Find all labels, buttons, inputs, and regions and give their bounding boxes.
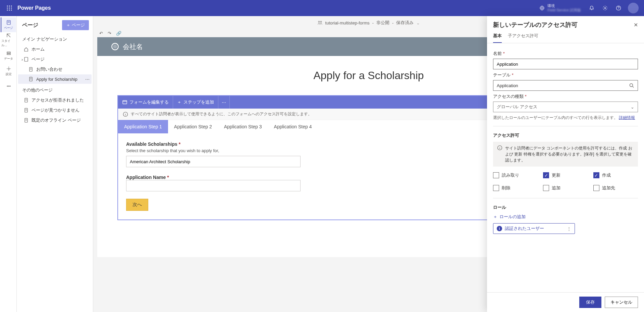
- role-chip[interactable]: i 認証されたユーザー ⋮: [493, 223, 575, 234]
- svg-rect-30: [123, 101, 127, 104]
- environment-picker[interactable]: 環境 Field Service 試用版: [535, 4, 585, 12]
- role-chip-more-icon[interactable]: ⋮: [567, 226, 571, 231]
- undo-icon[interactable]: ↶: [99, 31, 103, 36]
- site-status: 非公開: [376, 20, 389, 26]
- add-page-button[interactable]: ＋ページ: [62, 20, 89, 30]
- svg-point-27: [320, 21, 322, 22]
- svg-point-0: [7, 6, 8, 7]
- svg-point-5: [11, 8, 12, 9]
- nav-item[interactable]: Apply for Scholarship⋯: [18, 74, 92, 84]
- rail-data[interactable]: データ: [1, 48, 16, 63]
- link-icon[interactable]: 🔗: [116, 31, 121, 36]
- svg-point-35: [630, 84, 633, 87]
- svg-point-17: [7, 86, 8, 86]
- flyout-tab[interactable]: 基本: [493, 33, 502, 43]
- env-name: Field Service 試用版: [547, 8, 581, 12]
- svg-point-11: [604, 7, 606, 9]
- section-main-nav: メイン ナビゲーション: [17, 33, 93, 44]
- svg-rect-15: [7, 54, 10, 55]
- permissions-info: サイト訪問者にデータ コンポーネントの使用を許可するには、作成 および 更新 特…: [493, 142, 638, 167]
- waffle-icon[interactable]: [3, 0, 16, 16]
- perm-checkbox-読み取り[interactable]: 読み取り: [493, 171, 538, 180]
- perm-checkbox-追加先[interactable]: 追加先: [593, 183, 638, 193]
- nav-item[interactable]: ›ページ: [18, 54, 92, 64]
- pages-panel: ページ ＋ページ メイン ナビゲーション ホーム›ページお問い合わせApply …: [17, 16, 93, 312]
- table-lookup[interactable]: Application: [493, 80, 638, 91]
- step-tab[interactable]: Application Step 3: [218, 120, 268, 133]
- name-input[interactable]: [493, 59, 638, 69]
- section-other-pages: その他のページ: [17, 84, 93, 95]
- access-type-select[interactable]: グローバル アクセス⌄: [493, 102, 638, 112]
- svg-point-16: [8, 68, 9, 69]
- other-item[interactable]: ページが見つかりません: [18, 105, 92, 115]
- access-type-label: アクセスの種類 *: [493, 93, 638, 100]
- cancel-button[interactable]: キャンセル: [605, 297, 638, 308]
- chevron-down-icon[interactable]: ⌄: [416, 20, 420, 25]
- svg-point-18: [8, 86, 9, 86]
- table-label: テーブル *: [493, 72, 638, 78]
- svg-point-6: [7, 10, 8, 11]
- svg-point-2: [11, 6, 12, 7]
- name-label: 名前 *: [493, 51, 638, 57]
- info-badge-icon: i: [497, 226, 502, 231]
- site-name[interactable]: tutorial-multistep-forms: [325, 20, 370, 25]
- rail-settings[interactable]: 設定: [1, 64, 16, 78]
- perm-checkbox-更新[interactable]: ✓更新: [543, 171, 588, 180]
- rail-more[interactable]: [1, 79, 16, 94]
- svg-point-19: [10, 86, 10, 86]
- svg-point-29: [113, 45, 117, 48]
- svg-rect-14: [7, 52, 10, 53]
- item-more-icon[interactable]: ⋯: [85, 77, 90, 82]
- access-note: 選択したロールのユーザーにテーブル内のすべての行を表示します。 詳細情報: [493, 115, 638, 121]
- details-link[interactable]: 詳細情報: [619, 115, 635, 120]
- permissions-section-title: アクセス許可: [493, 132, 638, 138]
- rail-page[interactable]: ページ: [1, 17, 16, 32]
- close-flyout-icon[interactable]: ✕: [634, 22, 638, 28]
- next-button[interactable]: 次へ: [126, 199, 148, 211]
- brand-title: Power Pages: [17, 5, 51, 11]
- flyout-title: 新しいテーブルのアクセス許可: [493, 21, 578, 29]
- env-label: 環境: [547, 4, 581, 8]
- form-more-button[interactable]: ⋯: [218, 96, 230, 109]
- perm-checkbox-追加[interactable]: 追加: [543, 183, 588, 193]
- svg-point-1: [9, 6, 10, 7]
- other-item[interactable]: アクセスが拒否されました: [18, 95, 92, 105]
- step-tab[interactable]: Application Step 4: [268, 120, 318, 133]
- save-status: 保存済み: [396, 20, 414, 26]
- user-avatar[interactable]: [628, 3, 639, 13]
- nav-item[interactable]: お問い合わせ: [18, 64, 92, 74]
- flyout-tab[interactable]: 子アクセス許可: [508, 33, 538, 43]
- site-logo[interactable]: 会社名: [111, 42, 143, 51]
- notifications-icon[interactable]: [585, 0, 598, 16]
- svg-point-8: [11, 10, 12, 11]
- panel-title: ページ: [22, 22, 38, 29]
- settings-icon[interactable]: [598, 0, 612, 16]
- table-permission-flyout: 新しいテーブルのアクセス許可 ✕ 基本子アクセス許可 名前 * テーブル * A…: [487, 16, 644, 312]
- save-button[interactable]: 保存: [579, 297, 601, 308]
- global-topbar: Power Pages 環境 Field Service 試用版: [0, 0, 644, 16]
- rail-style[interactable]: スタイル…: [1, 33, 16, 48]
- svg-rect-20: [24, 57, 28, 61]
- edit-form-button[interactable]: フォームを編集する: [118, 96, 173, 109]
- svg-point-26: [318, 21, 320, 22]
- help-icon[interactable]: [612, 0, 625, 16]
- other-item[interactable]: 既定のオフライン ページ: [18, 115, 92, 125]
- add-role-button[interactable]: ＋ロールの追加: [493, 214, 638, 220]
- roles-section-title: ロール: [493, 204, 638, 210]
- svg-point-7: [9, 10, 10, 11]
- add-step-button[interactable]: ＋ステップを追加: [173, 96, 218, 109]
- step-tab[interactable]: Application Step 1: [118, 120, 168, 133]
- nav-item[interactable]: ホーム: [18, 44, 92, 54]
- scholarship-input[interactable]: [126, 156, 301, 167]
- redo-icon[interactable]: ↷: [108, 31, 111, 36]
- svg-point-4: [9, 8, 10, 9]
- perm-checkbox-削除[interactable]: 削除: [493, 183, 538, 193]
- perm-checkbox-作成[interactable]: ✓作成: [593, 171, 638, 180]
- left-rail: ページスタイル…データ設定: [0, 16, 17, 312]
- step-tab[interactable]: Application Step 2: [168, 120, 218, 133]
- svg-point-3: [7, 8, 8, 9]
- appname-input[interactable]: [126, 180, 301, 191]
